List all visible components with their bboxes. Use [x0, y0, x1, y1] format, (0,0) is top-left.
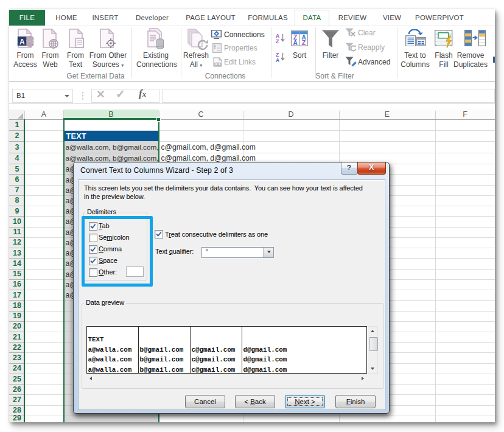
- svg-text:A: A: [19, 38, 25, 46]
- svg-text:A: A: [276, 57, 279, 63]
- svg-text:Z: Z: [302, 40, 306, 46]
- svg-text:A: A: [293, 40, 297, 46]
- svg-text:Z: Z: [276, 38, 279, 44]
